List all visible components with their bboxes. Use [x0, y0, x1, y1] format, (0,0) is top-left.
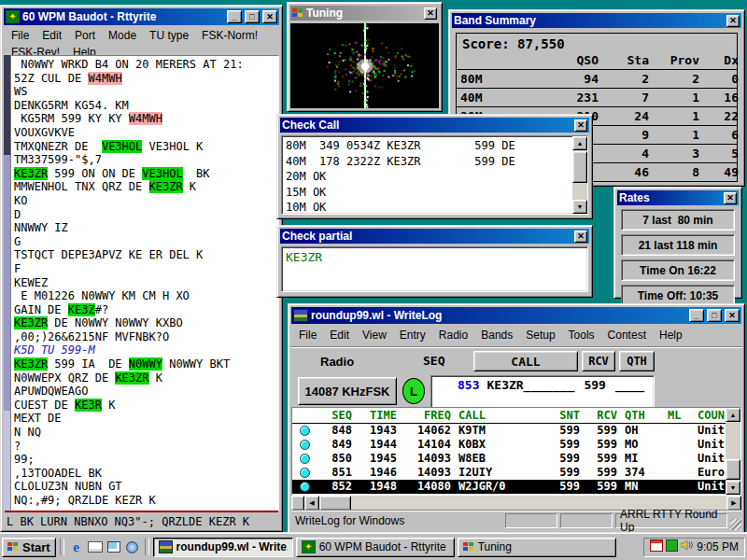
band-summary-titlebar[interactable]: Band Summary ✕ — [452, 13, 741, 28]
grid-col-qth[interactable]: QTH — [621, 408, 664, 423]
maximize-button[interactable]: □ — [707, 309, 722, 322]
terminal-line: N NQ — [14, 426, 276, 440]
pane-splitter[interactable] — [291, 496, 304, 511]
menu-mode[interactable]: Mode — [102, 27, 143, 44]
bs-col-dx: Dx — [699, 53, 739, 67]
mail-icon[interactable] — [87, 539, 104, 555]
check-call-scrollbar[interactable]: ▲ ▼ — [572, 136, 587, 214]
terminal-line: N0WWY WRKD B4 ON 20 MERERS AT 21: — [14, 58, 276, 72]
status-panel-2 — [560, 513, 613, 528]
close-button[interactable]: ✕ — [424, 7, 437, 20]
menu-fsk-norm-[interactable]: FSK-Norm! — [195, 27, 264, 44]
rtty-terminal[interactable]: N0WWY WRKD B4 ON 20 MERERS AT 21:52Z CUL… — [10, 55, 279, 511]
menu-contest[interactable]: Contest — [601, 327, 653, 343]
menu-file[interactable]: File — [5, 27, 35, 44]
lock-indicator[interactable]: L — [402, 378, 425, 404]
entry-field[interactable]: 853 KE3ZR_______ 599 ____ — [430, 375, 655, 409]
grid-col-call[interactable]: CALL — [455, 408, 546, 423]
menu-view[interactable]: View — [356, 327, 393, 343]
menu-port[interactable]: Port — [68, 27, 102, 44]
ie-icon[interactable]: e — [68, 539, 85, 555]
scroll-up-button[interactable]: ▲ — [572, 136, 587, 150]
task-scheduler-icon[interactable] — [650, 539, 663, 554]
maximize-button[interactable]: □ — [245, 10, 260, 23]
grid-col-snt[interactable]: SNT — [546, 408, 584, 423]
menu-radio[interactable]: Radio — [432, 327, 474, 343]
frequency-button[interactable]: 14087 KHzFSK — [298, 377, 397, 405]
volume-icon[interactable] — [681, 539, 693, 554]
start-button[interactable]: Start — [2, 538, 56, 557]
scroll-up-button[interactable]: ▲ — [726, 408, 740, 422]
qth-header-button[interactable]: QTH — [619, 351, 655, 371]
check-partial-call: KE3ZR — [286, 250, 322, 264]
check-call-line: 10M OK — [286, 200, 587, 215]
agent-icon[interactable] — [666, 539, 678, 554]
check-call-titlebar[interactable]: Check Call ✕ — [280, 118, 589, 133]
terminal-line: NQ:,#9; QRZLDE KEZR K — [14, 494, 276, 508]
log-row[interactable]: 850194514093W8EB599599MIUnit — [292, 452, 740, 466]
log-row[interactable]: 849194414104K0BX599599MOUnit — [292, 438, 740, 452]
scroll-down-button[interactable]: ▼ — [726, 481, 740, 495]
menu-bands[interactable]: Bands — [474, 327, 519, 343]
netmeeting-icon[interactable] — [124, 539, 141, 555]
grid-col-seq[interactable]: SEQ — [317, 408, 356, 423]
terminal-line: F — [14, 262, 276, 276]
rcv-header-button[interactable]: RCV — [582, 351, 615, 371]
rttyrite-titlebar[interactable]: ✦ 60 WPM Baudot - Rttyrite _ □ ✕ — [4, 8, 279, 25]
system-tray: 9:05 PM — [643, 538, 745, 557]
terminal-line: D — [14, 208, 276, 222]
writelog-titlebar[interactable]: roundup99.wl - WriteLog _ □ ✕ — [291, 307, 741, 324]
terminal-line: KE3ZR 599 IA DE N0WWY N0WWY BKT — [14, 357, 276, 371]
minimize-button[interactable]: _ — [227, 10, 242, 23]
terminal-line: GAIN DE KE3Z#? — [14, 303, 276, 317]
band-summary-header: QSOStaProvDx — [457, 51, 737, 69]
scrollbar-thumb[interactable] — [572, 151, 587, 183]
close-button[interactable]: ✕ — [574, 231, 587, 243]
minimize-button[interactable]: _ — [689, 309, 704, 322]
rates-titlebar[interactable]: Rates ✕ — [617, 190, 739, 205]
log-grid-vscrollbar[interactable]: ▲ ▼ — [726, 408, 740, 495]
grid-col-freq[interactable]: FREQ — [401, 408, 455, 423]
terminal-line: ,13TOOADEL BK — [14, 467, 276, 481]
log-row[interactable]: 851194614093I2UIY599599374Euro — [292, 466, 740, 480]
log-row[interactable]: 848194314062K9TM599599OHUnit — [292, 424, 740, 438]
menu-entry[interactable]: Entry — [393, 327, 432, 343]
grid-col-rcv[interactable]: RCV — [584, 408, 621, 423]
menu-help[interactable]: Help — [653, 327, 689, 343]
close-button[interactable]: ✕ — [726, 15, 740, 27]
rttyrite-app-icon: ✦ — [6, 10, 20, 23]
menu-setup[interactable]: Setup — [519, 327, 561, 343]
terminal-line: ,00;)26&6215NF MVFNBK?O — [14, 330, 276, 344]
task-button-roundup99-wl-write-[interactable]: roundup99.wl - Write... — [153, 538, 293, 557]
task-button-tuning[interactable]: Tuning — [458, 538, 616, 557]
menu-file[interactable]: File — [292, 327, 323, 343]
log-row[interactable]: 852194814080W2JGR/0599599MNUnit — [292, 480, 740, 494]
log-grid[interactable]: SEQTIMEFREQCALLSNTRCVQTHMLCOUN 848194314… — [291, 407, 741, 496]
terminal-line: KEWEZ — [14, 276, 276, 290]
menu-tu-type[interactable]: TU type — [143, 27, 195, 44]
scroll-right-button[interactable]: ▶ — [726, 496, 741, 511]
close-button[interactable]: ✕ — [725, 309, 740, 322]
clock[interactable]: 9:05 PM — [697, 540, 739, 553]
check-partial-list[interactable]: KE3ZR — [281, 246, 588, 292]
scroll-left-button[interactable]: ◀ — [304, 496, 319, 511]
grid-col-time[interactable]: TIME — [356, 408, 401, 423]
menu-edit[interactable]: Edit — [35, 27, 68, 44]
scrollbar-thumb[interactable] — [319, 496, 351, 511]
resize-grip[interactable] — [730, 519, 741, 530]
scroll-down-button[interactable]: ▼ — [572, 200, 587, 214]
task-button-60-wpm-baudot-rttyrite[interactable]: ✦60 WPM Baudot - Rttyrite — [296, 538, 455, 557]
close-button[interactable]: ✕ — [574, 119, 587, 132]
band-summary-row: 40M2317116 — [457, 88, 737, 106]
scrollbar-thumb[interactable] — [726, 459, 740, 480]
grid-col-ml[interactable]: ML — [664, 408, 694, 423]
check-partial-titlebar[interactable]: Check partial ✕ — [280, 229, 589, 244]
call-header-button[interactable]: CALL — [473, 351, 578, 371]
close-button[interactable]: ✕ — [724, 192, 737, 204]
tuning-titlebar[interactable]: Tuning ✕ — [290, 6, 439, 21]
menu-tools[interactable]: Tools — [562, 327, 601, 343]
check-call-list[interactable]: 80M 349 0534Z KE3ZR 599 DE40M 178 2322Z … — [281, 135, 588, 215]
close-button[interactable]: ✕ — [262, 10, 277, 23]
show-desktop-icon[interactable] — [106, 539, 122, 555]
menu-edit[interactable]: Edit — [323, 327, 356, 343]
